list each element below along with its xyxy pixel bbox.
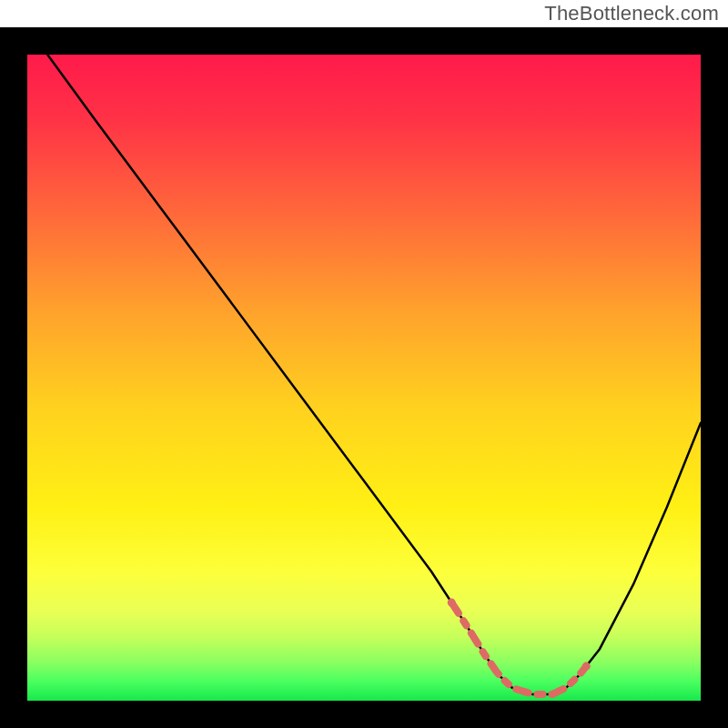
highlight-endpoint (582, 662, 591, 671)
plot-background (27, 55, 701, 701)
watermark-text: TheBottleneck.com (544, 2, 719, 25)
chart-svg (0, 27, 728, 728)
bottleneck-chart (0, 27, 728, 728)
highlight-endpoint (448, 599, 456, 607)
